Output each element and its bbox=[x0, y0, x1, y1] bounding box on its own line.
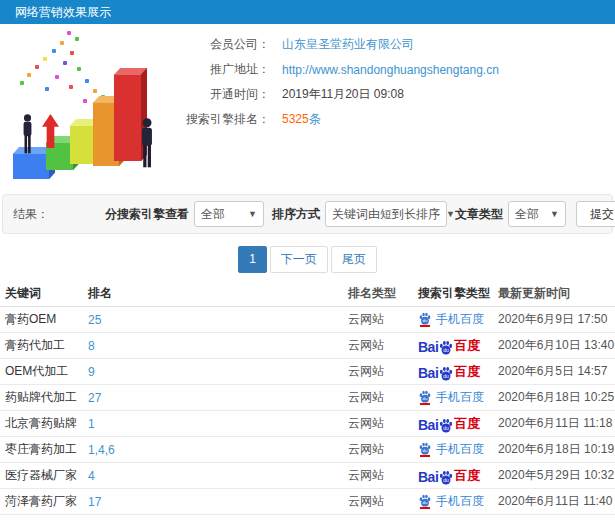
rank-count-row: 搜索引擎排名： 5325条 bbox=[178, 111, 499, 128]
baidu-paw-icon: du bbox=[438, 340, 454, 355]
baidu-logo: Bai du 百度 bbox=[418, 415, 480, 433]
member-company-label: 会员公司： bbox=[178, 36, 270, 53]
keyword-cell: 医疗器械厂家 bbox=[0, 467, 88, 484]
mobile-baidu-label: 手机百度 bbox=[436, 311, 484, 328]
svg-text:du: du bbox=[444, 424, 450, 430]
updated-cell: 2020年6月10日 13:40 bbox=[498, 337, 615, 354]
rank-type-cell: 云网站 bbox=[348, 493, 418, 510]
baidu-red-underline bbox=[420, 403, 430, 405]
mobile-baidu-logo: du 手机百度 bbox=[418, 389, 484, 406]
rank-link[interactable]: 1,4,6 bbox=[88, 443, 115, 457]
bar-chart-bar-red bbox=[114, 74, 141, 161]
baidu-logo: Bai du 百度 bbox=[418, 467, 480, 485]
baidu-logo-bai: Bai bbox=[418, 417, 438, 433]
confetti-dot bbox=[70, 51, 74, 55]
confetti-dot bbox=[77, 67, 81, 71]
rank-type-cell: 云网站 bbox=[348, 389, 418, 406]
baidu-paw-icon: du bbox=[438, 470, 454, 485]
result-label: 结果： bbox=[3, 206, 49, 223]
member-company-link[interactable]: 山东皇圣堂药业有限公司 bbox=[282, 36, 414, 53]
bar-chart-bar-blue bbox=[13, 153, 49, 179]
col-header-keyword: 关键词 bbox=[0, 285, 88, 302]
updated-cell: 2020年6月5日 14:57 bbox=[498, 363, 615, 380]
engine-type-cell: du Bai du 百度 bbox=[418, 337, 498, 355]
mobile-baidu-logo: du 手机百度 bbox=[418, 441, 484, 458]
rank-link[interactable]: 9 bbox=[88, 365, 95, 379]
baidu-red-underline bbox=[420, 455, 430, 457]
confetti-dot bbox=[69, 85, 73, 89]
chevron-down-icon: ▼ bbox=[550, 209, 559, 219]
rank-link[interactable]: 8 bbox=[88, 339, 95, 353]
baidu-paw-icon: du bbox=[438, 418, 454, 433]
article-type-select[interactable]: 全部 ▼ bbox=[508, 201, 566, 227]
rank-link[interactable]: 27 bbox=[88, 391, 101, 405]
engine-type-cell: du 手机百度 du bbox=[418, 389, 498, 406]
member-info-rows: 会员公司： 山东皇圣堂药业有限公司 推广地址： http://www.shand… bbox=[178, 36, 499, 136]
confetti-dot bbox=[52, 49, 56, 53]
engine-filter-select[interactable]: 全部 ▼ bbox=[194, 201, 264, 227]
confetti-dot bbox=[75, 37, 79, 41]
rank-count-suffix: 条 bbox=[309, 112, 321, 126]
open-time-row: 开通时间： 2019年11月20日 09:08 bbox=[178, 86, 499, 103]
keyword-cell: 膏药代加工 bbox=[0, 337, 88, 354]
confetti-dot bbox=[63, 61, 67, 65]
confetti-dot bbox=[85, 79, 89, 83]
article-type-label: 文章类型 bbox=[455, 206, 503, 223]
rank-count-label: 搜索引擎排名： bbox=[178, 111, 270, 128]
rank-link[interactable]: 4 bbox=[88, 469, 95, 483]
rank-type-cell: 云网站 bbox=[348, 415, 418, 432]
confetti-dot bbox=[67, 31, 71, 35]
table-row: 北京膏药贴牌 1 云网站 du Bai bbox=[0, 411, 615, 437]
confetti-dot bbox=[55, 75, 59, 79]
engine-type-cell: du 手机百度 du bbox=[418, 441, 498, 458]
svg-text:du: du bbox=[423, 500, 428, 505]
pagination: 1 下一页 尾页 bbox=[0, 246, 615, 273]
confetti-dot bbox=[93, 89, 97, 93]
confetti-dot bbox=[45, 87, 49, 91]
svg-text:du: du bbox=[444, 476, 450, 482]
keyword-cell: 药贴牌代加工 bbox=[0, 389, 88, 406]
page-button-current[interactable]: 1 bbox=[238, 246, 267, 273]
confetti-dot bbox=[60, 41, 64, 45]
svg-text:du: du bbox=[423, 396, 428, 401]
baidu-logo-baidu: 百度 bbox=[454, 363, 480, 381]
baidu-red-underline bbox=[420, 325, 430, 327]
svg-text:du: du bbox=[444, 372, 450, 378]
mobile-baidu-logo: du 手机百度 bbox=[418, 493, 484, 510]
rank-link[interactable]: 25 bbox=[88, 313, 101, 327]
baidu-logo-bai: Bai bbox=[418, 365, 438, 381]
growth-chart-illustration bbox=[5, 29, 180, 181]
rank-type-cell: 云网站 bbox=[348, 363, 418, 380]
filter-controls: 分搜索引擎查看 全部 ▼ 排序方式 关键词由短到长排序 ▼ 文章类型 全部 ▼ … bbox=[97, 201, 612, 227]
up-arrow-icon bbox=[42, 113, 59, 149]
promo-url-link[interactable]: http://www.shandonghuangshengtang.cn bbox=[282, 63, 499, 77]
rank-link[interactable]: 17 bbox=[88, 495, 101, 509]
updated-cell: 2020年6月18日 10:19 bbox=[498, 441, 615, 458]
keyword-cell: 膏药OEM bbox=[0, 311, 88, 328]
col-header-updated: 最新更新时间 bbox=[498, 285, 615, 302]
businessman-figure-left bbox=[20, 114, 35, 154]
submit-button[interactable]: 提交 bbox=[576, 201, 615, 227]
table-row: OEM代加工 9 云网站 du Bai bbox=[0, 359, 615, 385]
baidu-logo-baidu: 百度 bbox=[454, 337, 480, 355]
baidu-logo-baidu: 百度 bbox=[454, 467, 480, 485]
filter-bar: 结果： 分搜索引擎查看 全部 ▼ 排序方式 关键词由短到长排序 ▼ 文章类型 全… bbox=[2, 194, 613, 234]
rank-type-cell: 云网站 bbox=[348, 467, 418, 484]
mobile-baidu-label: 手机百度 bbox=[436, 441, 484, 458]
table-row: 枣庄膏药加工 1,4,6 云网站 du 手机百度 bbox=[0, 437, 615, 463]
sort-select[interactable]: 关键词由短到长排序 ▼ bbox=[325, 201, 447, 227]
page-button-next[interactable]: 下一页 bbox=[270, 246, 328, 273]
mobile-baidu-label: 手机百度 bbox=[436, 389, 484, 406]
baidu-logo-bai: Bai bbox=[418, 339, 438, 355]
svg-text:du: du bbox=[423, 448, 428, 453]
rank-link[interactable]: 1 bbox=[88, 417, 95, 431]
baidu-paw-icon: du bbox=[418, 390, 432, 405]
keyword-cell: 北京膏药贴牌 bbox=[0, 415, 88, 432]
businessman-figure-right bbox=[138, 117, 156, 169]
updated-cell: 2020年6月11日 11:40 bbox=[498, 493, 615, 510]
confetti-dot bbox=[43, 57, 47, 61]
confetti-dot bbox=[20, 81, 24, 85]
keyword-cell: OEM代加工 bbox=[0, 363, 88, 380]
sort-value: 关键词由短到长排序 bbox=[332, 206, 440, 223]
page-button-last[interactable]: 尾页 bbox=[331, 246, 377, 273]
